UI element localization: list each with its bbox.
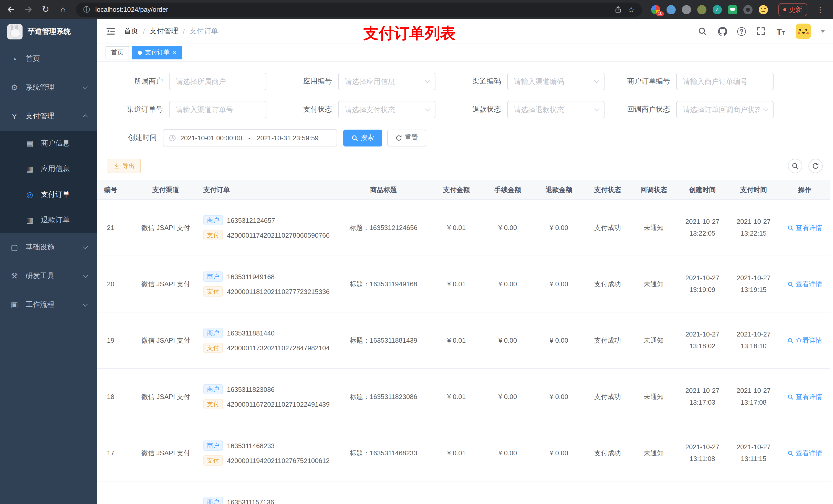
sidebar-item-devtools[interactable]: ⚒ 研发工具 <box>0 262 97 290</box>
sidebar-item-home[interactable]: ◔ 首页 <box>0 45 97 73</box>
sidebar-item-pay-order[interactable]: ◎ 支付订单 <box>0 182 97 208</box>
help-icon[interactable]: ? <box>737 27 746 35</box>
pay-status: 支付成功 <box>594 392 621 401</box>
cell-fee: ¥ 0.00 <box>482 224 533 232</box>
breadcrumb-pay[interactable]: 支付管理 <box>149 27 178 36</box>
view-detail-link[interactable]: 查看详情 <box>787 392 822 401</box>
reload-icon[interactable]: ↻ <box>41 5 50 14</box>
date-start-value[interactable]: 2021-10-01 00:00:00 <box>180 134 242 142</box>
cell-pay-status: 支付成功 <box>585 392 630 401</box>
github-icon[interactable] <box>717 26 728 37</box>
caret-down-icon[interactable] <box>821 30 825 32</box>
cell-notify-status: 未通知 <box>630 336 677 345</box>
cell-refund: ¥ 0.00 <box>533 337 585 344</box>
extension-blue-icon[interactable] <box>667 5 676 14</box>
breadcrumb-home[interactable]: 首页 <box>124 27 138 36</box>
merchant-order-line: 商户 1635311157136 <box>204 497 274 504</box>
extension-chat-icon[interactable] <box>728 5 737 14</box>
owner-merchant-field <box>169 73 266 90</box>
date-end-value[interactable]: 2021-10-31 23:59:59 <box>257 134 318 142</box>
view-detail-link[interactable]: 查看详情 <box>787 223 822 232</box>
merchant-order-line: 商户 1635311468233 <box>204 440 275 451</box>
chevron-down-icon <box>83 273 88 278</box>
extension-pin-icon[interactable] <box>743 5 753 14</box>
logo-row: 芋道管理系统 <box>0 19 97 45</box>
cell-pay-order: 商户 1635312124657 支付 42000011742021102780… <box>195 215 336 240</box>
cell-pay-time: 2021-10-27 13:18:10 <box>728 329 779 352</box>
extension-emoji-icon[interactable] <box>759 5 768 14</box>
table-toolbar: 导出 <box>97 159 833 173</box>
browser-menu-icon[interactable]: ⋮ <box>815 5 825 14</box>
tab-pay-order[interactable]: 支付订单 × <box>132 46 182 59</box>
merchant-order-no-input[interactable] <box>676 73 774 90</box>
pay-channel: 微信 JSAPI 支付 <box>141 336 190 345</box>
sidebar-item-system[interactable]: ⚙ 系统管理 <box>0 73 97 102</box>
cell-pay-status: 支付成功 <box>585 280 630 289</box>
share-icon[interactable] <box>613 5 622 14</box>
pay-order-no: 4200001194202110276752100612 <box>227 457 330 464</box>
view-detail-link[interactable]: 查看详情 <box>787 336 822 345</box>
sidebar-item-merchant-info[interactable]: ▤ 商户信息 <box>0 130 97 156</box>
sidebar-item-refund-order[interactable]: ▥ 退款订单 <box>0 208 97 233</box>
url-text[interactable]: localhost:1024/pay/order <box>95 6 609 13</box>
view-detail-link[interactable]: 查看详情 <box>787 280 822 289</box>
sidebar-item-app-info[interactable]: ▦ 应用信息 <box>0 156 97 182</box>
site-info-icon[interactable]: ⓘ <box>82 5 91 14</box>
channel-order-no-input[interactable] <box>169 101 266 118</box>
bookmark-star-icon[interactable]: ☆ <box>626 5 636 14</box>
fullscreen-icon[interactable] <box>756 26 766 37</box>
callback-status-input[interactable] <box>676 101 774 118</box>
refresh-icon[interactable] <box>808 159 823 173</box>
home-icon[interactable]: ⌂ <box>58 5 68 14</box>
col-pay-order: 支付订单 <box>195 185 336 194</box>
extension-gray-icon[interactable] <box>682 5 691 14</box>
sidebar-item-infra[interactable]: ▢ 基础设施 <box>0 233 97 262</box>
toggle-search-icon[interactable] <box>788 159 802 173</box>
filter-label: 创建时间 <box>97 133 163 142</box>
tab-label: 首页 <box>111 48 123 57</box>
avatar[interactable] <box>795 24 811 39</box>
forward-icon[interactable] <box>24 5 33 14</box>
update-button[interactable]: 更新 <box>778 3 807 16</box>
table-row: 17 微信 JSAPI 支付 商户 1635311468233 支付 42000… <box>97 425 830 481</box>
back-icon[interactable] <box>6 5 15 14</box>
extension-check-icon[interactable]: ✓ <box>713 5 722 14</box>
pay-status: 支付成功 <box>594 280 621 289</box>
product-title: 标题：1635311468233 <box>350 449 417 458</box>
refund-status-input[interactable] <box>507 101 604 118</box>
tab-home[interactable]: 首页 <box>105 46 129 59</box>
sidebar-item-workflow[interactable]: ▣ 工作流程 <box>0 290 97 319</box>
font-size-icon[interactable]: TT <box>776 26 786 37</box>
channel-code-input[interactable] <box>507 73 604 90</box>
collapse-sidebar-icon[interactable] <box>105 26 116 37</box>
cell-pay-order: 商户 1635311949168 支付 42000011812021102777… <box>195 271 336 296</box>
cell-amount: ¥ 0.01 <box>431 393 482 401</box>
pay-time: 13:18:10 <box>740 340 766 352</box>
date-range-input[interactable]: 2021-10-01 00:00:00 - 2021-10-31 23:59:5… <box>163 129 337 146</box>
notify-status: 未通知 <box>644 223 664 232</box>
merchant-order-no: 1635311823086 <box>227 385 275 393</box>
search-button[interactable]: 搜索 <box>343 129 382 146</box>
pay-amount: ¥ 0.01 <box>447 280 466 288</box>
create-time: 13:22:05 <box>689 228 715 239</box>
search-icon[interactable] <box>697 26 708 37</box>
view-detail-link[interactable]: 查看详情 <box>787 449 822 458</box>
app-no-input[interactable] <box>338 73 435 90</box>
owner-merchant-input[interactable] <box>169 73 266 90</box>
extension-olive-icon[interactable] <box>697 5 707 14</box>
table-row: 21 微信 JSAPI 支付 商户 1635312124657 支付 42000… <box>97 200 830 256</box>
url-bar[interactable]: ⓘ localhost:1024/pay/order ☆ <box>76 2 642 17</box>
reset-button[interactable]: 重置 <box>387 129 426 146</box>
close-icon[interactable]: × <box>173 49 176 56</box>
sidebar-item-payment[interactable]: ¥ 支付管理 <box>0 102 97 130</box>
pay-status-input[interactable] <box>338 101 435 118</box>
cell-action: 查看详情 <box>779 392 830 401</box>
pay-order-line: 支付 4200001181202110277723215336 <box>204 286 330 296</box>
extension-colorful-icon[interactable]: 10 <box>651 5 660 14</box>
refund-amount: ¥ 0.00 <box>550 449 568 457</box>
filter-channel-code: 渠道编码 <box>435 73 604 90</box>
cell-channel: 微信 JSAPI 支付 <box>136 223 195 232</box>
order-id: 17 <box>107 449 115 457</box>
merchant-order-no: 1635311881440 <box>227 329 275 337</box>
export-button[interactable]: 导出 <box>108 159 141 173</box>
